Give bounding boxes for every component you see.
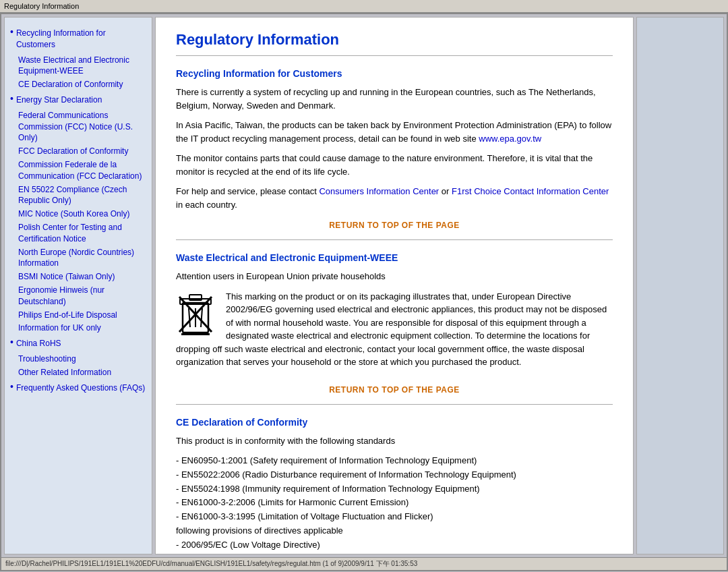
sidebar-link-other[interactable]: Other Related Information bbox=[18, 367, 146, 378]
svg-line-5 bbox=[201, 308, 202, 327]
bullet-icon: • bbox=[10, 92, 13, 105]
sidebar-link-fcc[interactable]: Federal Communications Commission (FCC) … bbox=[18, 110, 146, 144]
section-recycling: Recycling Information for Customers Ther… bbox=[176, 68, 613, 211]
svg-line-3 bbox=[189, 308, 190, 327]
sidebar-item-nordic[interactable]: North Europe (Nordic Countries) Informat… bbox=[10, 247, 146, 270]
sidebar-link-faq[interactable]: Frequently Asked Questions (FAQs) bbox=[16, 382, 145, 394]
sidebar-item-polish[interactable]: Polish Center for Testing and Certificat… bbox=[10, 222, 146, 245]
return-link-1[interactable]: RETURN TO TOP OF THE PAGE bbox=[176, 221, 613, 230]
sidebar: • Recycling Information for Customers Wa… bbox=[4, 17, 152, 554]
sidebar-link-commission[interactable]: Commission Federale de la Communication … bbox=[18, 159, 146, 182]
sidebar-item-ergonomie[interactable]: Ergonomie Hinweis (nur Deutschland) bbox=[10, 285, 146, 308]
std-4: - EN61000-3-2:2006 (Limits for Harmonic … bbox=[176, 496, 613, 510]
std-2: - EN55022:2006 (Radio Disturbance requir… bbox=[176, 468, 613, 482]
std-1: - EN60950-1:2001 (Safety requirement of … bbox=[176, 454, 613, 468]
sidebar-item-weee[interactable]: Waste Electrical and Electronic Equipmen… bbox=[10, 55, 146, 78]
browser-content: • Recycling Information for Customers Wa… bbox=[1, 14, 727, 557]
sidebar-item-recycling[interactable]: • Recycling Information for Customers bbox=[10, 26, 146, 53]
sidebar-item-eol[interactable]: Philips End-of-Life Disposal bbox=[10, 310, 146, 321]
std-3: - EN55024:1998 (Immunity requirement of … bbox=[176, 482, 613, 496]
sidebar-link-nordic[interactable]: North Europe (Nordic Countries) Informat… bbox=[18, 247, 146, 270]
svg-rect-8 bbox=[181, 333, 210, 335]
page-title: Regulatory Information bbox=[176, 31, 613, 49]
consumers-link[interactable]: Consumers Information Center bbox=[319, 186, 439, 196]
sidebar-item-commission[interactable]: Commission Federale de la Communication … bbox=[10, 159, 146, 182]
section-weee: Waste Electrical and Electronic Equipmen… bbox=[176, 252, 613, 376]
weee-icon-container bbox=[176, 293, 216, 335]
sidebar-link-recycling[interactable]: Recycling Information for Customers bbox=[16, 28, 146, 51]
f1rst-link[interactable]: F1rst Choice Contact Information Center bbox=[452, 186, 609, 196]
weee-icon-svg bbox=[176, 293, 215, 335]
recycling-para-4: For help and service, please contact Con… bbox=[176, 185, 613, 211]
return-anchor-2[interactable]: RETURN TO TOP OF THE PAGE bbox=[329, 385, 460, 395]
divider-1 bbox=[176, 239, 613, 240]
weee-para-1: Attention users in European Union privat… bbox=[176, 270, 613, 283]
sidebar-link-uk[interactable]: Information for UK only bbox=[18, 322, 146, 334]
sidebar-item-uk[interactable]: Information for UK only bbox=[10, 322, 146, 334]
recycling-para-1: There is currently a system of recycling… bbox=[176, 86, 613, 112]
sidebar-item-china[interactable]: • China RoHS bbox=[10, 336, 146, 351]
sidebar-link-ergonomie[interactable]: Ergonomie Hinweis (nur Deutschland) bbox=[18, 285, 146, 308]
sidebar-item-ce[interactable]: CE Declaration of Conformity bbox=[10, 79, 146, 90]
sidebar-item-mic[interactable]: MIC Notice (South Korea Only) bbox=[10, 208, 146, 220]
weee-body: This marking on the product or on its pa… bbox=[176, 290, 613, 376]
sidebar-item-bsmi[interactable]: BSMI Notice (Taiwan Only) bbox=[10, 271, 146, 283]
title-bar-text: Regulatory Information bbox=[4, 2, 79, 10]
sidebar-link-ce[interactable]: CE Declaration of Conformity bbox=[18, 79, 146, 90]
title-bar: Regulatory Information bbox=[0, 0, 728, 13]
sidebar-item-fcc-decl[interactable]: FCC Declaration of Conformity bbox=[10, 146, 146, 157]
ce-para-1: This product is in conformity with the f… bbox=[176, 434, 613, 448]
browser-window: • Recycling Information for Customers Wa… bbox=[0, 13, 728, 571]
return-anchor-1[interactable]: RETURN TO TOP OF THE PAGE bbox=[329, 221, 460, 230]
recycling-para-3: The monitor contains parts that could ca… bbox=[176, 152, 613, 178]
sidebar-item-troubleshoot[interactable]: Troubleshooting bbox=[10, 353, 146, 365]
std-6: following provisions of directives appli… bbox=[176, 524, 613, 538]
bullet-icon: • bbox=[10, 380, 13, 393]
bullet-icon: • bbox=[10, 26, 13, 38]
section-title-recycling: Recycling Information for Customers bbox=[176, 68, 613, 79]
sidebar-link-eol[interactable]: Philips End-of-Life Disposal bbox=[18, 310, 146, 321]
sidebar-link-fcc-decl[interactable]: FCC Declaration of Conformity bbox=[18, 146, 146, 157]
sidebar-link-mic[interactable]: MIC Notice (South Korea Only) bbox=[18, 208, 146, 220]
sidebar-item-fcc[interactable]: Federal Communications Commission (FCC) … bbox=[10, 110, 146, 144]
sidebar-link-weee[interactable]: Waste Electrical and Electronic Equipmen… bbox=[18, 55, 146, 78]
sidebar-item-other[interactable]: Other Related Information bbox=[10, 367, 146, 378]
sidebar-link-energy[interactable]: Energy Star Declaration bbox=[16, 94, 102, 106]
epa-link[interactable]: www.epa.gov.tw bbox=[479, 134, 541, 144]
std-7: - 2006/95/EC (Low Voltage Directive) bbox=[176, 538, 613, 552]
divider-2 bbox=[176, 404, 613, 405]
ce-standards-list: - EN60950-1:2001 (Safety requirement of … bbox=[176, 454, 613, 552]
std-5: - EN61000-3-3:1995 (Limitation of Voltag… bbox=[176, 510, 613, 524]
weee-para-2: This marking on the product or on its pa… bbox=[176, 290, 613, 369]
sidebar-link-bsmi[interactable]: BSMI Notice (Taiwan Only) bbox=[18, 271, 146, 283]
section-ce: CE Declaration of Conformity This produc… bbox=[176, 417, 613, 552]
recycling-para-2: In Asia Pacific, Taiwan, the products ca… bbox=[176, 119, 613, 145]
section-title-ce: CE Declaration of Conformity bbox=[176, 417, 613, 428]
sidebar-link-en55022[interactable]: EN 55022 Compliance (Czech Republic Only… bbox=[18, 184, 146, 207]
sidebar-link-troubleshoot[interactable]: Troubleshooting bbox=[18, 353, 146, 365]
main-content: Regulatory Information Recycling Informa… bbox=[155, 17, 634, 554]
right-panel bbox=[636, 17, 724, 554]
divider-top bbox=[176, 55, 613, 56]
section-title-weee: Waste Electrical and Electronic Equipmen… bbox=[176, 252, 613, 263]
bottom-bar: file:///D|/Rachel/PHILIPS/191EL1/191EL1%… bbox=[1, 557, 727, 570]
sidebar-item-en55022[interactable]: EN 55022 Compliance (Czech Republic Only… bbox=[10, 184, 146, 207]
sidebar-item-energy[interactable]: • Energy Star Declaration bbox=[10, 92, 146, 108]
bullet-icon: • bbox=[10, 336, 13, 348]
sidebar-link-polish[interactable]: Polish Center for Testing and Certificat… bbox=[18, 222, 146, 245]
sidebar-item-faq[interactable]: • Frequently Asked Questions (FAQs) bbox=[10, 380, 146, 396]
return-link-2[interactable]: RETURN TO TOP OF THE PAGE bbox=[176, 385, 613, 395]
sidebar-link-china[interactable]: China RoHS bbox=[16, 338, 61, 349]
